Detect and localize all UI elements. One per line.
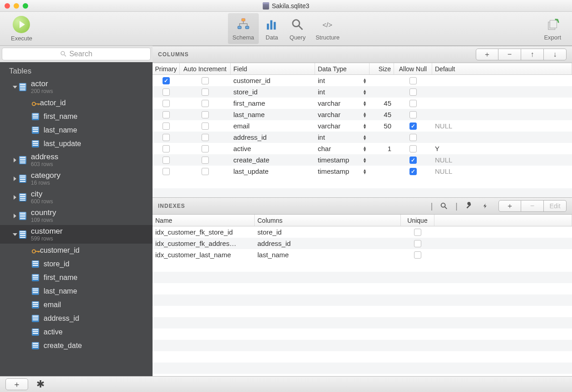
autoinc-checkbox[interactable] [202, 134, 209, 141]
datatype-cell[interactable]: timestamp▲▼ [315, 154, 370, 166]
disclosure-icon[interactable] [13, 86, 17, 88]
column-row[interactable]: activechar▲▼1Y [153, 143, 572, 154]
sidebar-column-address_id[interactable]: address_id [0, 312, 153, 325]
sidebar-column-last_update[interactable]: last_update [0, 137, 153, 151]
disclosure-icon[interactable] [14, 214, 16, 218]
stepper-icon[interactable]: ▲▼ [363, 157, 367, 163]
stepper-icon[interactable]: ▲▼ [363, 146, 367, 152]
autoinc-checkbox[interactable] [202, 168, 209, 175]
window-close-button[interactable] [5, 3, 10, 9]
search-input[interactable]: Search [2, 48, 151, 60]
sidebar-column-actor_id[interactable]: actor_id [0, 96, 153, 110]
allownull-checkbox[interactable] [409, 145, 417, 152]
primary-checkbox[interactable] [163, 134, 170, 141]
edit-index-button[interactable]: Edit [544, 200, 567, 212]
field-cell[interactable]: first_name [231, 98, 315, 109]
primary-checkbox[interactable] [163, 100, 170, 107]
header-field[interactable]: Field [231, 63, 315, 74]
sidebar-table-category[interactable]: category16 rows [0, 169, 153, 188]
window-maximize-button[interactable] [23, 3, 28, 9]
datatype-cell[interactable]: timestamp▲▼ [315, 166, 370, 177]
autoinc-checkbox[interactable] [202, 157, 209, 164]
size-cell[interactable] [370, 75, 394, 86]
sidebar-column-first_name[interactable]: first_name [0, 271, 153, 284]
stepper-icon[interactable]: ▲▼ [363, 101, 367, 106]
data-tab[interactable]: Data [260, 13, 284, 44]
default-cell[interactable] [432, 132, 572, 143]
move-column-down-button[interactable]: ↓ [544, 49, 567, 60]
stepper-icon[interactable]: ▲▼ [363, 135, 367, 140]
stepper-icon[interactable]: ▲▼ [363, 78, 367, 83]
index-row[interactable]: idx_customer_fk_addres…address_id [153, 238, 572, 249]
datatype-cell[interactable]: varchar▲▼ [315, 98, 370, 109]
sidebar-table-country[interactable]: country109 rows [0, 206, 153, 225]
unique-checkbox[interactable] [414, 251, 421, 259]
sidebar-column-last_name[interactable]: last_name [0, 123, 153, 137]
default-cell[interactable] [432, 75, 572, 86]
sidebar-table-city[interactable]: city600 rows [0, 188, 153, 206]
autoinc-checkbox[interactable] [202, 145, 209, 152]
move-column-up-button[interactable]: ↑ [521, 49, 544, 60]
schema-tab[interactable]: Schema [228, 13, 259, 44]
allownull-checkbox[interactable] [409, 168, 417, 175]
autoinc-checkbox[interactable] [202, 100, 209, 107]
autoinc-checkbox[interactable] [202, 122, 209, 130]
sidebar-table-actor[interactable]: actor200 rows [0, 78, 153, 96]
remove-index-button[interactable]: − [521, 200, 544, 212]
header-primary[interactable]: Primary [153, 63, 180, 74]
field-cell[interactable]: active [231, 143, 315, 154]
size-cell[interactable] [370, 132, 394, 143]
header-index-unique[interactable]: Unique [401, 215, 434, 226]
field-cell[interactable]: email [231, 120, 315, 132]
execute-button[interactable]: Execute [6, 13, 37, 44]
index-name-cell[interactable]: idx_customer_fk_addres… [153, 238, 255, 249]
sidebar-column-email[interactable]: email [0, 298, 153, 312]
disclosure-icon[interactable] [14, 195, 16, 200]
index-columns-cell[interactable]: store_id [255, 226, 401, 238]
disclosure-icon[interactable] [14, 158, 16, 162]
primary-checkbox[interactable] [163, 111, 170, 118]
add-column-button[interactable]: ＋ [476, 49, 498, 60]
allownull-checkbox[interactable] [409, 88, 417, 96]
allownull-checkbox[interactable] [409, 77, 417, 84]
column-row[interactable]: create_datetimestamp▲▼NULL [153, 154, 572, 166]
default-cell[interactable]: Y [432, 143, 572, 154]
default-cell[interactable]: NULL [432, 154, 572, 166]
index-name-cell[interactable]: idx_customer_last_name [153, 249, 255, 260]
allownull-checkbox[interactable] [409, 157, 417, 164]
column-row[interactable]: last_updatetimestamp▲▼NULL [153, 166, 572, 177]
size-cell[interactable]: 45 [370, 98, 394, 109]
header-default[interactable]: Default [432, 63, 572, 74]
column-row[interactable]: customer_idint▲▼ [153, 75, 572, 86]
index-search-button[interactable] [439, 201, 449, 211]
sidebar-column-create_date[interactable]: create_date [0, 339, 153, 353]
stepper-icon[interactable]: ▲▼ [363, 89, 367, 95]
size-cell[interactable] [370, 86, 394, 98]
stepper-icon[interactable]: ▲▼ [363, 112, 367, 118]
add-index-button[interactable]: ＋ [498, 200, 521, 212]
datatype-cell[interactable]: varchar▲▼ [315, 120, 370, 132]
field-cell[interactable]: create_date [231, 154, 315, 166]
index-row[interactable]: idx_customer_fk_store_idstore_id [153, 226, 572, 238]
index-columns-cell[interactable]: address_id [255, 238, 401, 249]
index-wrench-button[interactable] [464, 201, 474, 211]
column-row[interactable]: emailvarchar▲▼50NULL [153, 120, 572, 132]
datatype-cell[interactable]: int▲▼ [315, 132, 370, 143]
field-cell[interactable]: address_id [231, 132, 315, 143]
index-name-cell[interactable]: idx_customer_fk_store_id [153, 226, 255, 238]
unique-checkbox[interactable] [414, 229, 421, 236]
default-cell[interactable] [432, 109, 572, 120]
remove-column-button[interactable]: − [498, 49, 521, 60]
size-cell[interactable]: 1 [370, 143, 394, 154]
allownull-checkbox[interactable] [409, 100, 417, 107]
default-cell[interactable]: NULL [432, 120, 572, 132]
disclosure-icon[interactable] [14, 176, 16, 181]
column-row[interactable]: store_idint▲▼ [153, 86, 572, 98]
column-row[interactable]: last_namevarchar▲▼45 [153, 109, 572, 120]
index-row[interactable]: idx_customer_last_namelast_name [153, 249, 572, 260]
primary-checkbox[interactable] [163, 157, 170, 164]
autoinc-checkbox[interactable] [202, 88, 209, 96]
field-cell[interactable]: last_update [231, 166, 315, 177]
column-row[interactable]: address_idint▲▼ [153, 132, 572, 143]
structure-tab[interactable]: </> Structure [311, 13, 344, 44]
